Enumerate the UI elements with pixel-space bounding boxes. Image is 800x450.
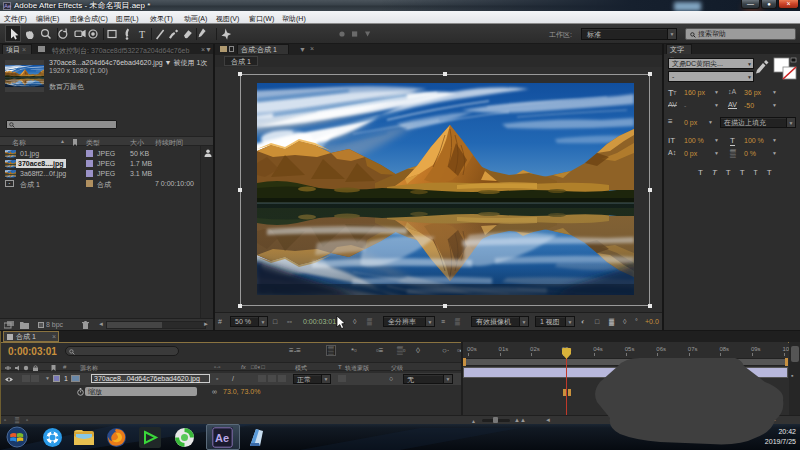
svg-text:Ae: Ae bbox=[215, 432, 229, 444]
svg-text:T: T bbox=[139, 29, 145, 40]
